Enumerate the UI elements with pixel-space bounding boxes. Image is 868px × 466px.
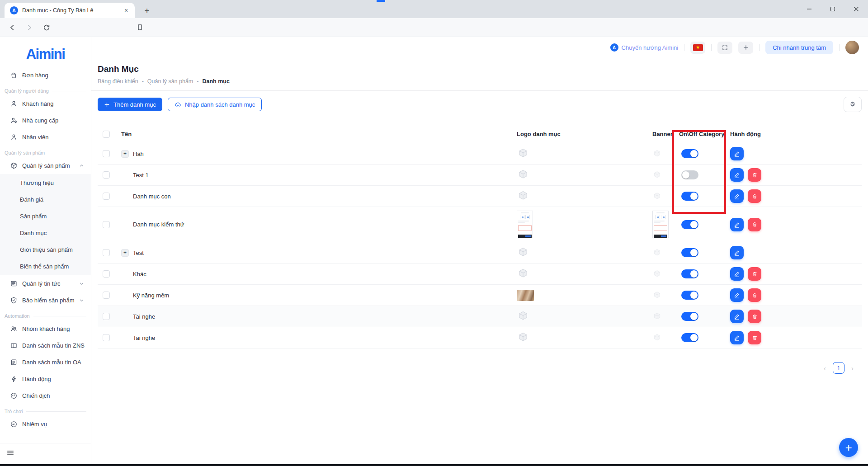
- category-name: Tai nghe: [133, 334, 155, 341]
- category-status-toggle[interactable]: [681, 192, 698, 201]
- delete-category-button[interactable]: [748, 168, 761, 182]
- prev-page-icon[interactable]: ‹: [824, 364, 826, 372]
- edit-category-button[interactable]: [730, 147, 744, 160]
- sidebar-item[interactable]: Bảo hiểm sản phẩm: [0, 292, 91, 309]
- window-close-button[interactable]: [844, 0, 868, 18]
- category-banner-thumbnail: [652, 170, 662, 180]
- edit-category-button[interactable]: [730, 267, 744, 281]
- edit-category-button[interactable]: [730, 189, 744, 203]
- category-logo-thumbnail: [517, 169, 529, 181]
- user-avatar[interactable]: [845, 41, 859, 54]
- fullscreen-button[interactable]: [717, 42, 732, 54]
- sidebar-subitem[interactable]: Sản phẩm: [0, 208, 91, 225]
- game-icon: [10, 420, 18, 428]
- sidebar-item[interactable]: Hành động: [0, 371, 91, 387]
- row-checkbox[interactable]: [103, 249, 110, 256]
- breadcrumb-item[interactable]: Bảng điều khiển: [98, 78, 138, 85]
- row-checkbox[interactable]: [103, 270, 110, 278]
- delete-category-button[interactable]: [748, 310, 761, 323]
- expand-row-button[interactable]: +: [121, 249, 129, 257]
- next-page-icon[interactable]: ›: [851, 364, 854, 372]
- vietnam-flag-icon: ★: [693, 44, 703, 51]
- row-checkbox[interactable]: [103, 171, 110, 179]
- current-page-button[interactable]: 1: [833, 362, 844, 374]
- sidebar-item[interactable]: Quản lý sản phẩm: [0, 157, 91, 174]
- category-status-toggle[interactable]: [681, 248, 698, 257]
- sidebar-item[interactable]: Quản lý tin tức: [0, 275, 91, 292]
- row-checkbox[interactable]: [103, 221, 110, 228]
- tab-close-icon[interactable]: ×: [122, 6, 130, 14]
- category-banner-thumbnail: [652, 269, 662, 279]
- redirect-aimini-link[interactable]: A Chuyển hướng Aimini: [610, 43, 679, 52]
- header-separator: [839, 44, 840, 51]
- edit-category-button[interactable]: [730, 168, 744, 182]
- app-logo[interactable]: Aimini: [26, 46, 65, 62]
- category-status-toggle[interactable]: [681, 312, 698, 321]
- edit-category-button[interactable]: [730, 288, 744, 302]
- sidebar-item[interactable]: Danh sách mẫu tin ZNS: [0, 337, 91, 354]
- edit-category-button[interactable]: [730, 331, 744, 344]
- back-icon[interactable]: [5, 20, 20, 35]
- row-checkbox[interactable]: [103, 334, 110, 341]
- user-icon: [10, 100, 18, 108]
- import-categories-button[interactable]: Nhập danh sách danh mục: [168, 98, 262, 111]
- category-status-toggle[interactable]: [681, 269, 698, 278]
- header-separator: [684, 44, 684, 51]
- sidebar-subitem[interactable]: Thương hiệu: [0, 174, 91, 191]
- row-checkbox[interactable]: [103, 292, 110, 299]
- delete-category-button[interactable]: [748, 218, 761, 231]
- table-body: +HãhTest 1Danh mục conDanh mục kiểm thử+…: [98, 143, 862, 348]
- row-checkbox[interactable]: [103, 193, 110, 200]
- sidebar-collapse-icon[interactable]: [6, 449, 14, 458]
- sidebar-subitem[interactable]: Đánh giá: [0, 191, 91, 208]
- sidebar-item[interactable]: Nhiệm vụ: [0, 416, 91, 433]
- header-separator: [711, 44, 712, 51]
- table-row: Danh mục kiểm thử: [98, 207, 862, 242]
- delete-category-button[interactable]: [748, 267, 761, 281]
- new-tab-button[interactable]: +: [141, 5, 153, 16]
- add-tab-button[interactable]: [738, 42, 753, 54]
- cloud-upload-icon: [175, 101, 181, 108]
- reload-icon[interactable]: [39, 20, 54, 35]
- language-flag-button[interactable]: ★: [690, 42, 705, 54]
- sidebar-section-label: Trò chơi: [0, 404, 91, 416]
- floating-add-button[interactable]: +: [839, 438, 858, 457]
- sidebar-item[interactable]: Nhóm khách hàng: [0, 320, 91, 337]
- add-category-button[interactable]: Thêm danh mục: [98, 98, 162, 111]
- expand-row-button[interactable]: +: [121, 150, 129, 158]
- edit-category-button[interactable]: [730, 218, 744, 231]
- bookmark-icon[interactable]: [132, 20, 147, 35]
- page-title: Danh Mục: [98, 64, 862, 74]
- sidebar-subitem[interactable]: Danh mục: [0, 225, 91, 241]
- branch-selector-button[interactable]: Chi nhánh trung tâm: [765, 41, 833, 54]
- category-status-toggle[interactable]: [681, 333, 698, 342]
- category-status-toggle[interactable]: [681, 291, 698, 300]
- window-minimize-button[interactable]: [797, 0, 821, 18]
- window-maximize-button[interactable]: [821, 0, 844, 18]
- breadcrumb-item[interactable]: Quản lý sản phẩm: [147, 78, 193, 85]
- breadcrumb: Bảng điều khiển - Quản lý sản phẩm - Dan…: [98, 78, 862, 85]
- sidebar-item[interactable]: Khách hàng: [0, 95, 91, 112]
- sidebar-item[interactable]: Danh sách mẫu tin OA: [0, 354, 91, 371]
- edit-category-button[interactable]: [730, 246, 744, 259]
- category-status-toggle[interactable]: [681, 220, 698, 229]
- row-checkbox[interactable]: [103, 313, 110, 320]
- row-checkbox[interactable]: [103, 150, 110, 157]
- browser-tab[interactable]: A Danh mục - Công Ty Bán Lẻ ×: [5, 3, 135, 18]
- sidebar-subitem[interactable]: Biến thể sản phẩm: [0, 258, 91, 275]
- delete-category-button[interactable]: [748, 189, 761, 203]
- delete-category-button[interactable]: [748, 288, 761, 302]
- table-settings-button[interactable]: [844, 97, 862, 112]
- sidebar-item[interactable]: Nhà cung cấp: [0, 112, 91, 129]
- category-status-toggle[interactable]: [681, 170, 698, 179]
- edit-category-button[interactable]: [730, 310, 744, 323]
- category-status-toggle[interactable]: [681, 149, 698, 158]
- sidebar-item[interactable]: Đơn hàng: [0, 67, 91, 84]
- sidebar-subitem[interactable]: Giới thiệu sản phẩm: [0, 241, 91, 258]
- select-all-checkbox[interactable]: [103, 131, 110, 138]
- forward-icon[interactable]: [22, 20, 37, 35]
- sidebar-item[interactable]: Nhân viên: [0, 129, 91, 146]
- bag-icon: [10, 71, 18, 79]
- delete-category-button[interactable]: [748, 331, 761, 344]
- sidebar-item[interactable]: Chiến dịch: [0, 387, 91, 404]
